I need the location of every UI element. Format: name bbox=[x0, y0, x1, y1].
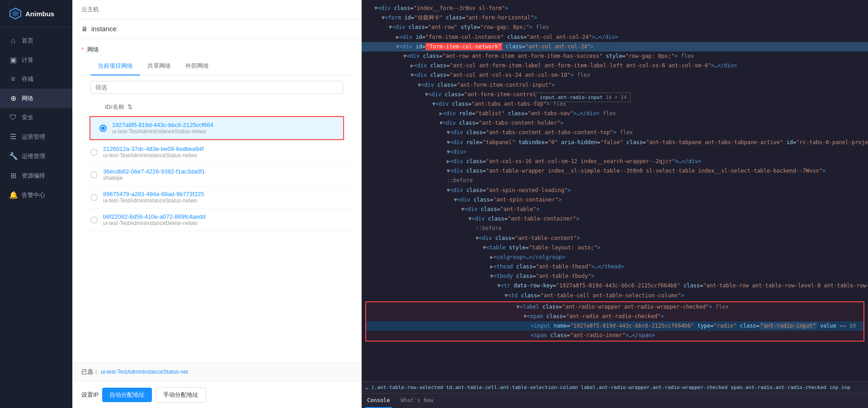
row-info-1: 2126012a-37dc-483e-be09-6edbea94f ui-tes… bbox=[103, 145, 343, 159]
form-section: * 网络 当前项目网络 共享网络 外部网络 ID/名称 ⇅ bbox=[72, 38, 361, 362]
row-sub-2: shaleijie bbox=[103, 175, 212, 181]
row-sub-4: ui-test-TestAdminInstanceDelete-netwo bbox=[103, 220, 212, 226]
code-line: ▼<label class="ant-radio-wrapper ant-rad… bbox=[366, 302, 863, 312]
row-info-2: 36ecdb62-06e7-4226-9392-f1ac3da0f1 shale… bbox=[103, 168, 343, 181]
sidebar-item-resources[interactable]: ⊞ 资源编排 bbox=[0, 166, 72, 185]
sidebar-item-network[interactable]: ⊕ 网络 bbox=[0, 89, 72, 108]
network-icon: ⊕ bbox=[9, 94, 17, 103]
breadcrumb: 云主机 bbox=[72, 0, 361, 19]
code-line: ▶<div id="form-item-col-instance" class=… bbox=[362, 33, 868, 42]
code-line: ▼<div class="ant-table-container"> bbox=[362, 214, 868, 224]
code-line: ▶<thead class="ant-table-thead">…</thead… bbox=[362, 262, 868, 272]
table-row[interactable]: 36ecdb62-06e7-4226-9392-f1ac3da0f1 shale… bbox=[81, 164, 352, 186]
sidebar-item-security[interactable]: 🛡 安全 bbox=[0, 108, 72, 127]
ip-label: 设置IP bbox=[81, 391, 99, 399]
code-line: ▶<colgroup>…</colgroup> bbox=[362, 253, 868, 262]
row-id-0: 1927a8f5-819d-443c-bbc6-2125ccf664 bbox=[112, 122, 221, 128]
highlight-box: ▼<label class="ant-radio-wrapper ant-rad… bbox=[365, 301, 864, 342]
code-line: ▼<div class="ant-spin-nested-loading"> bbox=[362, 186, 868, 195]
sidebar-item-storage[interactable]: ≡ 存储 bbox=[0, 70, 72, 89]
manual-assign-button[interactable]: 手动分配地址 bbox=[156, 387, 206, 403]
filter-input[interactable] bbox=[90, 81, 343, 94]
devtools-tab-console[interactable]: Console bbox=[365, 394, 392, 408]
row-id-3: 89675479-a283-494a-88ad-9b773f225 bbox=[103, 191, 212, 197]
code-line: ::before bbox=[362, 224, 868, 233]
sidebar-item-home[interactable]: ⌂ 首页 bbox=[0, 31, 72, 50]
code-line: ▼<div class="ant-tabs-content ant-tabs-c… bbox=[362, 128, 868, 137]
selected-display: 已选： ui-test-TestAdminInstanceStatus-net bbox=[81, 368, 352, 376]
selected-value: ui-test-TestAdminInstanceStatus-net bbox=[101, 369, 188, 375]
instance-header: 🖥 instance bbox=[72, 19, 361, 38]
radio-inner-0 bbox=[101, 127, 105, 130]
code-line: ▼<div class="ant-row" style="row-gap: 0p… bbox=[362, 23, 868, 32]
main-area: 云主机 🖥 instance * 网络 当前项目网络 共享网络 外部网络 bbox=[72, 0, 868, 408]
bell-icon: 🔔 bbox=[9, 191, 17, 199]
sort-icon[interactable]: ⇅ bbox=[127, 103, 132, 110]
sidebar-item-label: 安全 bbox=[22, 113, 33, 122]
col-id-header: ID/名称 ⇅ bbox=[105, 103, 343, 111]
tooltip-label: input.ant-radio-input bbox=[540, 94, 603, 100]
tab-project-network[interactable]: 当前项目网络 bbox=[90, 57, 140, 75]
row-id-1: 2126012a-37dc-483e-be09-6edbea94f bbox=[103, 145, 212, 152]
sidebar-item-label: 运维管理 bbox=[22, 152, 45, 160]
row-id-2: 36ecdb62-06e7-4226-9392-f1ac3da0f1 bbox=[103, 168, 212, 175]
row-info-3: 89675479-a283-494a-88ad-9b773f225 ui-tes… bbox=[103, 191, 343, 204]
code-line: ▼<div class="ant-row ant-form-item ant-f… bbox=[362, 52, 868, 61]
radio-button-2[interactable] bbox=[90, 171, 98, 178]
sidebar-item-alerts[interactable]: 🔔 告警中心 bbox=[0, 185, 72, 205]
radio-button-3[interactable] bbox=[90, 194, 98, 201]
code-line: ▼<div class="ant-table"> bbox=[362, 205, 868, 214]
code-line: ▼<div class="ant-col ant-col-xs-24 ant-c… bbox=[362, 70, 868, 80]
row-sub-0: ui-test-TestAdminInstanceStatus-netwo bbox=[112, 128, 221, 135]
ops-icon: ☰ bbox=[9, 132, 17, 141]
network-form-label: * 网络 bbox=[81, 46, 352, 54]
code-line: ▼<div class="ant-table-content"> bbox=[362, 234, 868, 243]
auto-assign-button[interactable]: 自动分配地址 bbox=[102, 388, 152, 402]
left-panel: 云主机 🖥 instance * 网络 当前项目网络 共享网络 外部网络 bbox=[72, 0, 362, 408]
breadcrumb-selector: ).ant-table-row-selected td.ant-table-ce… bbox=[371, 385, 838, 390]
radio-button-1[interactable] bbox=[90, 149, 98, 156]
row-sub-1: ui-test-TestAdminInstanceStatus-netwo bbox=[103, 152, 212, 159]
radio-button-4[interactable] bbox=[90, 216, 98, 224]
sidebar-logo: Animbus bbox=[0, 0, 72, 28]
table-row[interactable]: 2126012a-37dc-483e-be09-6edbea94f ui-tes… bbox=[81, 141, 352, 164]
radio-button-0[interactable] bbox=[99, 125, 107, 132]
row-info-0: 1927a8f5-819d-443c-bbc6-2125ccf664 ui-te… bbox=[112, 122, 334, 135]
code-line: <span class="ant-radio-inner">…</span> bbox=[366, 331, 863, 340]
table-row[interactable]: 1927a8f5-819d-443c-bbc6-2125ccf664 ui-te… bbox=[90, 116, 344, 140]
code-line: ▶<div class="ant-col-xs-16 ant-col-sm-12… bbox=[362, 157, 868, 166]
selected-section: 已选： ui-test-TestAdminInstanceStatus-net bbox=[72, 362, 361, 381]
devtools-tab-whats-new[interactable]: What's New bbox=[399, 394, 435, 408]
sidebar-item-label: 运营管理 bbox=[22, 133, 45, 141]
code-line: ▼<span class="ant-radio ant-radio-checke… bbox=[366, 312, 863, 321]
breadcrumb-text: 云主机 bbox=[81, 6, 99, 13]
tab-shared-network[interactable]: 共享网络 bbox=[140, 57, 178, 75]
sidebar-item-ops[interactable]: ☰ 运营管理 bbox=[0, 127, 72, 146]
storage-icon: ≡ bbox=[9, 75, 17, 83]
required-star: * bbox=[81, 46, 84, 53]
instance-title: instance bbox=[91, 25, 117, 33]
row-sub-3: ui-test-TestAdminInstanceStatus-netwo bbox=[103, 197, 212, 204]
tab-external-network[interactable]: 外部网络 bbox=[178, 57, 216, 75]
ip-section: 设置IP 自动分配地址 手动分配地址 bbox=[72, 381, 361, 408]
table-row[interactable]: 89675479-a283-494a-88ad-9b773f225 ui-tes… bbox=[81, 186, 352, 209]
network-label-text: 网络 bbox=[87, 46, 99, 53]
code-line-input: <input name="1927a8f5-819d-443c-bbc6-212… bbox=[366, 321, 863, 331]
code-line: ▼<form id="挂载网卡" class="ant-form-horizon… bbox=[362, 13, 868, 23]
table-header: ID/名称 ⇅ bbox=[81, 99, 352, 115]
sidebar-item-compute[interactable]: ▣ 计算 bbox=[0, 50, 72, 70]
devtools-tabs: Console What's New bbox=[362, 393, 868, 408]
code-line: ▼<td class="ant-table-cell ant-table-sel… bbox=[362, 291, 868, 300]
sidebar-item-label: 资源编排 bbox=[22, 172, 45, 180]
sidebar-item-label: 计算 bbox=[22, 56, 33, 64]
code-line: ▼<div> bbox=[362, 147, 868, 157]
animbus-logo-icon bbox=[9, 7, 22, 20]
tooltip-size-value: 14 × 14 bbox=[606, 94, 627, 100]
code-line: ▼<div class="ant-table-wrapper index__sl… bbox=[362, 166, 868, 176]
sidebar-item-devops[interactable]: 🔧 运维管理 bbox=[0, 146, 72, 166]
table-rows: 1927a8f5-819d-443c-bbc6-2125ccf664 ui-te… bbox=[81, 115, 352, 231]
table-row[interactable]: b6f22082-8d56-410e-a072-869fc4aedd ui-te… bbox=[81, 209, 352, 231]
devtools-bottom: … ).ant-table-row-selected td.ant-table-… bbox=[362, 381, 868, 408]
code-line: ::before bbox=[362, 176, 868, 185]
code-line: ▼<tr data-row-key="1927a8f5-819d-443c-bb… bbox=[362, 281, 868, 291]
